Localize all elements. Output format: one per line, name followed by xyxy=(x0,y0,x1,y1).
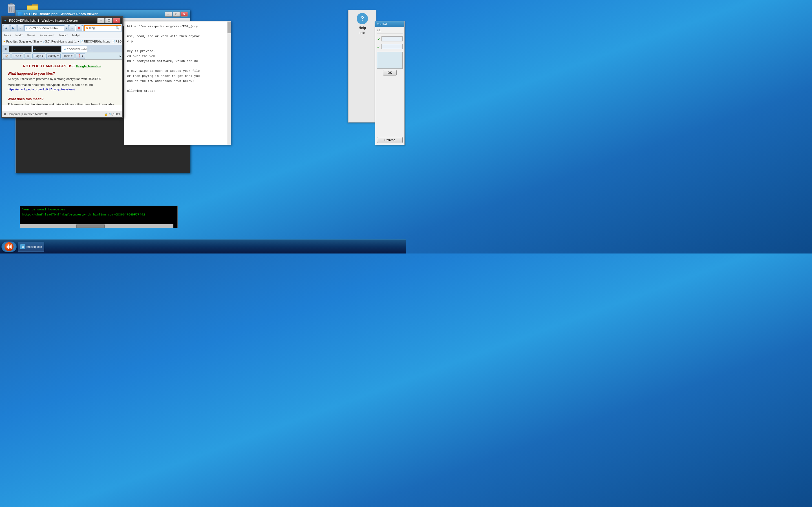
help-label: Help xyxy=(359,26,366,30)
search-bar[interactable]: b 🔍 xyxy=(84,25,121,31)
toolkit-desc: ed. xyxy=(377,29,403,32)
bg-line-8: nd a decryption software, which can be xyxy=(127,59,228,64)
toolbar-safety[interactable]: Safety ▾ xyxy=(46,53,60,59)
toolkit-divider xyxy=(377,34,403,34)
address-bar[interactable]: ℯ RECOVERkhorh.html ▾ → ✕ xyxy=(24,25,84,31)
bg-line-7: ed over the web. xyxy=(127,54,228,59)
security-icon: 🔒 xyxy=(104,113,107,116)
photo-viewer-minimize[interactable]: ─ xyxy=(165,11,172,17)
toolbar-help[interactable]: ❓ ▾ xyxy=(75,53,85,59)
ie-statusbar: 🖥 Computer | Protected Mode: Off 🔒 🔍 100… xyxy=(2,111,122,117)
svg-rect-2 xyxy=(8,5,15,6)
toolkit-input-2[interactable] xyxy=(382,44,403,49)
menu-favorites[interactable]: Favorites ▾ xyxy=(39,34,55,37)
toolbar-print[interactable]: 🖨 xyxy=(24,53,31,59)
search-icon[interactable]: 🔍 xyxy=(116,26,119,30)
bottom-scrollbar[interactable] xyxy=(20,224,173,228)
forward-button[interactable]: ▶ xyxy=(10,25,16,31)
photo-viewer-maximize[interactable]: □ xyxy=(172,11,180,17)
taskbar-procexp[interactable]: ⚙ procexp.exe xyxy=(18,242,44,252)
bg-line-5 xyxy=(127,44,228,49)
search-input[interactable] xyxy=(89,26,116,30)
check-icon-1: ✓ xyxy=(377,37,380,42)
tab-html-icon: ℯ xyxy=(64,48,66,51)
toolbar-home[interactable]: 🏠 xyxy=(3,53,10,59)
photo-viewer-icon xyxy=(18,12,22,16)
section-heading-2: What does this mean? xyxy=(8,97,116,101)
procexp-icon: ⚙ xyxy=(20,244,26,249)
tab-dark-1[interactable] xyxy=(9,46,32,52)
scrollbar-thumb[interactable] xyxy=(77,224,105,228)
tab-bar: ⊞ ℯ ℯ RECOVERkhorh.html ✕ + xyxy=(2,45,122,52)
refresh-nav-button[interactable]: ↻ xyxy=(17,25,23,31)
bottom-line-2: http://uhufnlsad7bhf4ykqfbevmxergwrth.hi… xyxy=(22,212,175,217)
help-icon[interactable]: ? xyxy=(357,13,368,24)
tab-recover-html[interactable]: ℯ RECOVERkhorh.html ✕ xyxy=(62,46,87,52)
fav-png[interactable]: 📄 RECOVERkhorh.png xyxy=(80,40,110,43)
rsa-link[interactable]: https://en.wikipedia.org/wiki/RSA_(crypt… xyxy=(8,88,75,91)
ie-close[interactable]: ✕ xyxy=(113,18,120,23)
tab-grid-btn[interactable]: ⊞ xyxy=(3,46,8,52)
bing-logo: b xyxy=(86,26,88,30)
zoom-text: 🔍 100% xyxy=(109,113,120,116)
new-tab-btn[interactable]: + xyxy=(88,46,92,52)
fav-txt[interactable]: 📄 RECOVERkhorh.txt xyxy=(112,40,122,43)
fav-suggested[interactable]: Suggested Sites ▾ xyxy=(19,40,42,43)
toolkit-header: Toolkit xyxy=(375,21,404,27)
star-icon: ★ xyxy=(3,40,6,43)
toolbar-tools[interactable]: Tools ▾ xyxy=(62,53,74,59)
menu-view[interactable]: View ▾ xyxy=(26,34,37,37)
bg-line-13 xyxy=(127,83,228,89)
bottom-text-content: Your personal homepages: http://uhufnlsa… xyxy=(20,206,177,219)
menu-tools[interactable]: Tools ▾ xyxy=(58,34,69,37)
bottom-text-area: Your personal homepages: http://uhufnlsa… xyxy=(20,206,177,228)
status-icon: 🖥 xyxy=(4,113,6,116)
bg-text-scrollbar-thumb[interactable] xyxy=(227,22,231,33)
address-go[interactable]: → xyxy=(69,25,75,31)
fav-favorites[interactable]: ★ Favorites xyxy=(3,40,18,43)
fav-sc-icon: ℯ xyxy=(43,40,45,43)
menu-edit[interactable]: Edit ▾ xyxy=(14,34,24,37)
toolbar-page[interactable]: Page ▾ xyxy=(33,53,45,59)
fav-sc[interactable]: ℯ S.C. Republicans cast f... ▾ xyxy=(43,40,79,43)
ie-window-controls: ─ ❐ ✕ xyxy=(97,18,120,23)
ie-minimize[interactable]: ─ xyxy=(97,18,105,23)
tab-dark-2-icon: ℯ xyxy=(34,48,36,51)
address-stop[interactable]: ✕ xyxy=(76,25,82,31)
status-text: Computer | Protected Mode: Off xyxy=(8,113,47,116)
menu-file[interactable]: File ▾ xyxy=(3,34,12,37)
ie-menubar: File ▾ Edit ▾ View ▾ Favorites ▾ Tools ▾… xyxy=(2,32,122,38)
bg-line-10: o pay twice as much to access your file xyxy=(127,69,228,74)
fav-png-icon: 📄 xyxy=(80,40,84,43)
bg-text-scrollbar-track[interactable] xyxy=(227,21,231,145)
ransom-para-1-2: More information about the encryption RS… xyxy=(8,82,116,92)
fav-png-label: RECOVERkhorh.png xyxy=(84,40,110,43)
ransom-para-2-1: This means that the structure and data w… xyxy=(8,102,116,105)
photo-viewer-close[interactable]: ✕ xyxy=(181,11,188,17)
fav-txt-label: RECOVERkhorh.txt xyxy=(116,40,122,43)
bg-line-6: key is private. xyxy=(127,49,228,54)
ie-globe-icon: ℯ xyxy=(26,26,28,30)
toolkit-panel: Toolkit ed. ✓ ✓ OK Refresh xyxy=(375,21,405,145)
ok-button[interactable]: OK xyxy=(383,70,397,75)
address-dropdown[interactable]: ▾ xyxy=(64,25,68,31)
ie-window: ℯ RECOVERkhorh.html - Windows Internet E… xyxy=(1,16,123,118)
ie-restore[interactable]: ❐ xyxy=(105,18,112,23)
toolkit-display xyxy=(377,52,403,69)
svg-rect-6 xyxy=(10,4,13,5)
toolbar-rss[interactable]: RSS ▾ xyxy=(11,53,23,59)
ie-logo-icon: ℯ xyxy=(4,18,8,22)
google-translate-link[interactable]: Google Translate xyxy=(76,64,101,68)
start-button[interactable] xyxy=(1,241,17,252)
bg-line-11: er than paying in order to get back you xyxy=(127,74,228,79)
tab-dark-2[interactable]: ℯ xyxy=(33,46,61,52)
menu-help[interactable]: Help ▾ xyxy=(71,34,82,37)
back-button[interactable]: ◀ xyxy=(3,25,9,31)
taskbar: ⚙ procexp.exe xyxy=(0,239,406,253)
toolkit-input-1[interactable] xyxy=(382,36,403,41)
ie-nav-bar: ◀ ▶ ↻ ℯ RECOVERkhorh.html ▾ → ✕ b 🔍 xyxy=(2,24,122,32)
bg-line-4: elp. xyxy=(127,39,228,44)
bg-line-9 xyxy=(127,64,228,69)
toolbar-expand[interactable]: » xyxy=(119,54,121,58)
refresh-button[interactable]: Refresh xyxy=(377,137,403,143)
